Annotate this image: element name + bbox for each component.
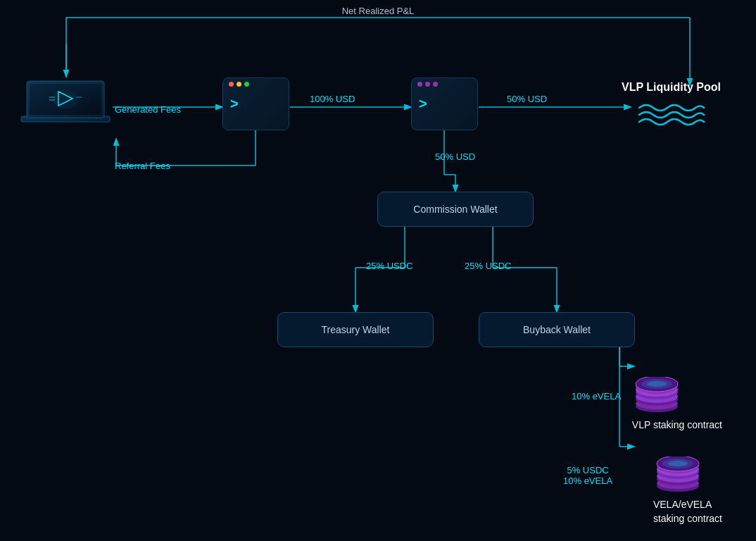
terminal-2-content: > <box>412 90 477 118</box>
terminal-1-prompt: > <box>230 96 239 112</box>
net-realized-label: Net Realized P&L <box>342 6 415 16</box>
terminal-2-titlebar <box>412 78 477 90</box>
vlp-staking-coin <box>632 377 681 416</box>
usdc-25-left-label: 25% USDC <box>366 261 412 271</box>
vela-staking-coin <box>653 456 703 495</box>
dot-yellow <box>237 82 241 87</box>
terminal-1-titlebar <box>223 78 289 90</box>
evela-10-label: 10% eVELA <box>572 391 621 402</box>
dot-red <box>229 82 234 87</box>
commission-wallet: Commission Wallet <box>377 192 534 227</box>
usd-100-label: 100% USD <box>310 94 355 104</box>
generated-fees-label: Generated Fees <box>115 104 181 115</box>
vlp-pool-label: VLP Liquidity Pool <box>622 81 721 94</box>
terminal-2: > <box>411 77 478 130</box>
commission-wallet-label: Commission Wallet <box>413 204 497 215</box>
diagram-container: Net Realized P&L <box>0 0 756 541</box>
referral-fees-label: Referral Fees <box>115 161 170 171</box>
buyback-wallet: Buyback Wallet <box>479 312 635 347</box>
treasury-wallet: Treasury Wallet <box>277 312 434 347</box>
wave-icon <box>636 99 706 128</box>
svg-point-51 <box>668 461 688 466</box>
dot-purple-2 <box>425 82 430 87</box>
usdc-evela-label: 5% USDC 10% eVELA <box>563 465 612 486</box>
vlp-staking-box: VLP staking contract <box>632 377 722 433</box>
svg-point-31 <box>53 89 78 109</box>
usd-50-right-label: 50% USD <box>507 94 547 104</box>
vela-staking-box: VELA/eVELAstaking contract <box>653 456 722 526</box>
buyback-wallet-label: Buyback Wallet <box>523 324 591 335</box>
vlp-liquidity-pool: VLP Liquidity Pool <box>622 81 721 130</box>
treasury-wallet-label: Treasury Wallet <box>322 324 390 335</box>
terminal-2-prompt: > <box>419 96 427 112</box>
terminal-1-content: > <box>223 90 289 118</box>
vlp-staking-label: VLP staking contract <box>632 418 722 433</box>
svg-point-41 <box>647 381 667 387</box>
laptop-icon <box>20 77 111 137</box>
vela-staking-label: VELA/eVELAstaking contract <box>653 498 722 526</box>
dot-green <box>244 82 249 87</box>
usd-50-down-label: 50% USD <box>435 151 475 162</box>
terminal-1: > <box>222 77 289 130</box>
dot-purple-3 <box>433 82 438 87</box>
dot-purple-1 <box>417 82 422 87</box>
usdc-25-right-label: 25% USDC <box>465 261 511 271</box>
